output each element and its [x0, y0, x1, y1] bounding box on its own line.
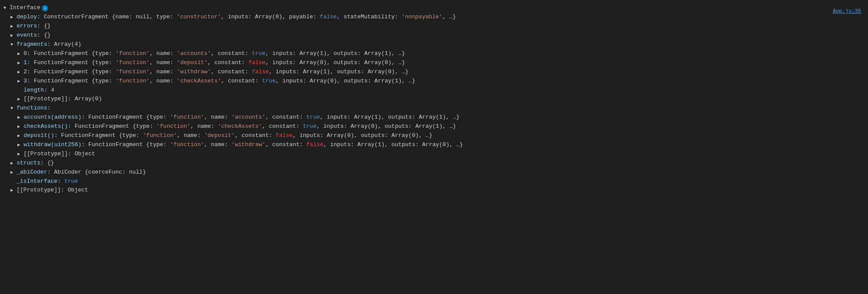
fragment-3-name-str: 'checkAssets' [177, 77, 221, 85]
fragment-1-mid1: , name: [150, 58, 177, 67]
fragment-2-mid1: , name: [150, 68, 177, 76]
abicoder-toggle[interactable] [10, 168, 17, 177]
func-accounts-name-str: 'accounts' [231, 113, 265, 122]
func-deposit-end: , inputs: Array(0), outputs: Array(0), …… [293, 131, 432, 140]
fragment-3-line: 3 : FunctionFragment {type: 'function' ,… [0, 77, 868, 86]
structs-toggle[interactable] [10, 159, 17, 168]
functions-prototype-value: [[Prototype]]: Object [24, 150, 95, 158]
fragment-3-toggle[interactable] [17, 77, 24, 86]
deploy-payable-bool: false [320, 13, 337, 21]
fragment-2-constant: false [252, 68, 269, 76]
fragments-colon: : [47, 40, 54, 49]
func-checkassets-end: , inputs: Array(0), outputs: Array(1), …… [317, 122, 456, 131]
fragment-0-toggle[interactable] [17, 49, 24, 58]
func-checkassets-line: checkAssets() : FunctionFragment {type: … [0, 122, 868, 131]
func-withdraw-key: withdraw(uint256) [24, 140, 82, 149]
events-toggle[interactable] [10, 31, 17, 40]
errors-value: {} [44, 22, 51, 31]
errors-toggle[interactable] [10, 22, 17, 31]
root-prototype-toggle[interactable] [10, 186, 17, 195]
functions-key: functions [17, 104, 47, 113]
func-checkassets-name-str: 'checkAssets' [218, 122, 262, 131]
func-checkassets-type-str: 'function' [156, 122, 190, 131]
fragment-3-key: 3 [24, 77, 27, 85]
fragment-2-prefix: FunctionFragment {type: [34, 68, 115, 76]
func-withdraw-prefix: FunctionFragment {type: [88, 140, 170, 149]
func-deposit-key: deposit() [24, 131, 54, 140]
file-reference[interactable]: App.js:36 [833, 7, 861, 16]
functions-line: functions : [0, 104, 868, 113]
func-checkassets-colon: : [68, 122, 75, 131]
fragment-0-type-str: 'function' [116, 49, 150, 58]
func-accounts-toggle[interactable] [17, 113, 24, 122]
fragments-prototype-line: [[Prototype]]: Array(0) [0, 95, 868, 104]
fragment-2-type-str: 'function' [116, 68, 150, 76]
fragment-0-end: , inputs: Array(1), outputs: Array(1), …… [265, 49, 405, 58]
func-checkassets-toggle[interactable] [17, 122, 24, 131]
fragments-length-line: length : 4 [0, 86, 868, 95]
fragments-prototype-toggle[interactable] [17, 95, 24, 104]
func-checkassets-constant: true [303, 122, 317, 131]
func-accounts-colon: : [82, 113, 89, 122]
fragment-1-key: 1 [24, 58, 27, 67]
func-deposit-line: deposit() : FunctionFragment {type: 'fun… [0, 131, 868, 140]
fragment-0-prefix: FunctionFragment {type: [34, 49, 115, 58]
func-deposit-prefix: FunctionFragment {type: [61, 131, 143, 140]
deploy-value-mid: , inputs: Array(0), payable: [221, 13, 320, 21]
fragment-1-toggle[interactable] [17, 58, 24, 68]
abicoder-colon: : [47, 168, 54, 177]
fragment-0-key: 0 [24, 49, 27, 58]
fragment-0-colon: : [27, 49, 34, 58]
fragment-3-prefix: FunctionFragment {type: [34, 77, 115, 85]
fragment-0-line: 0 : FunctionFragment {type: 'function' ,… [0, 49, 868, 58]
fragment-2-end: , inputs: Array(1), outputs: Array(0), …… [269, 68, 409, 76]
deploy-key: deploy [17, 13, 37, 21]
length-colon: : [44, 86, 51, 95]
fragment-2-toggle[interactable] [17, 68, 24, 77]
func-withdraw-end: , inputs: Array(1), outputs: Array(0), …… [324, 140, 463, 149]
console-container: App.js:36 Interface i deploy : Construct… [0, 3, 868, 294]
func-withdraw-line: withdraw(uint256) : FunctionFragment {ty… [0, 140, 868, 150]
events-line: events : {} [0, 31, 868, 40]
fragment-3-constant: true [262, 77, 276, 85]
func-accounts-mid2: , constant: [265, 113, 307, 122]
deploy-colon: : [37, 13, 44, 21]
fragments-toggle[interactable] [10, 40, 17, 49]
func-checkassets-mid2: , constant: [262, 122, 303, 131]
func-accounts-constant: true [307, 113, 320, 122]
root-toggle[interactable] [3, 3, 10, 13]
func-accounts-end: , inputs: Array(1), outputs: Array(1), …… [320, 113, 460, 122]
func-deposit-constant: false [276, 131, 293, 140]
isinterface-line: _isInterface : true [0, 177, 868, 186]
fragment-1-prefix: FunctionFragment {type: [34, 58, 115, 67]
fragment-1-mid2: , constant: [207, 58, 248, 67]
fragments-line: fragments : Array(4) [0, 40, 868, 49]
deploy-value-prefix: ConstructorFragment {name: null, type: [44, 13, 176, 21]
fragment-3-colon: : [27, 77, 34, 85]
deploy-value-mid2: , stateMutability: [337, 13, 401, 21]
func-withdraw-mid2: , constant: [265, 140, 307, 149]
func-withdraw-mid1: , name: [204, 140, 231, 149]
fragment-2-colon: : [27, 68, 34, 76]
func-deposit-mid1: , name: [177, 131, 204, 140]
func-withdraw-toggle[interactable] [17, 140, 24, 150]
func-checkassets-prefix: FunctionFragment {type: [75, 122, 156, 131]
errors-line: errors : {} [0, 22, 868, 31]
fragment-2-line: 2 : FunctionFragment {type: 'function' ,… [0, 68, 868, 77]
events-colon: : [37, 31, 44, 40]
func-checkassets-key: checkAssets() [24, 122, 68, 131]
functions-prototype-toggle[interactable] [17, 150, 24, 159]
functions-toggle[interactable] [10, 104, 17, 113]
func-deposit-toggle[interactable] [17, 131, 24, 140]
deploy-value-end: , …} [442, 13, 456, 21]
func-accounts-mid1: , name: [204, 113, 231, 122]
func-accounts-prefix: FunctionFragment {type: [88, 113, 170, 122]
structs-value: {} [47, 159, 54, 168]
deploy-toggle[interactable] [10, 13, 17, 22]
structs-line: structs : {} [0, 159, 868, 168]
deploy-type-string: 'constructor' [177, 13, 221, 21]
func-accounts-key: accounts(address) [24, 113, 82, 122]
fragment-3-end: , inputs: Array(0), outputs: Array(1), …… [276, 77, 415, 85]
fragment-1-line: 1 : FunctionFragment {type: 'function' ,… [0, 58, 868, 68]
func-deposit-type-str: 'function' [143, 131, 177, 140]
